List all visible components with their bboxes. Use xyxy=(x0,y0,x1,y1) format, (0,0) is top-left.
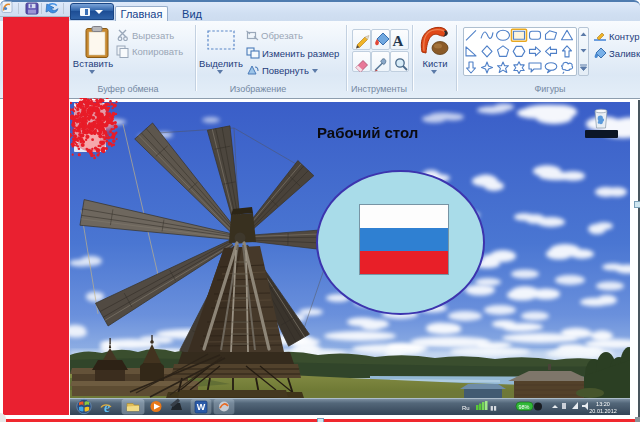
svg-text:W: W xyxy=(197,402,206,412)
svg-text:▮▮: ▮▮ xyxy=(490,405,497,411)
svg-text:20.01.2012: 20.01.2012 xyxy=(589,408,617,414)
svg-text:13:20: 13:20 xyxy=(596,401,610,407)
svg-text:A: A xyxy=(393,33,404,49)
svg-text:Ru: Ru xyxy=(462,405,470,411)
svg-text:e: e xyxy=(104,400,110,415)
svg-text:98%: 98% xyxy=(518,404,529,410)
